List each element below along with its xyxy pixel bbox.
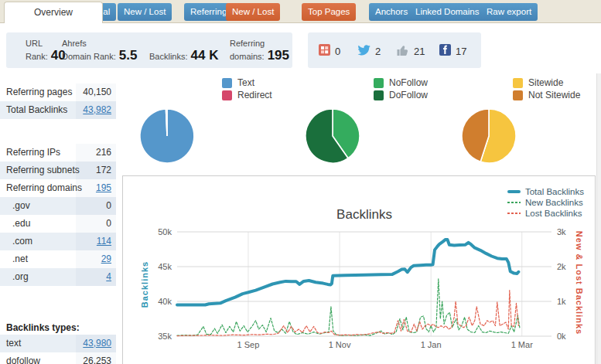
y-right-tick-label: 0k <box>557 332 566 341</box>
sidebar-row-total-backlinks: Total Backlinks43,982 <box>0 101 116 119</box>
chart-legend-item-total-backlinks[interactable]: Total Backlinks <box>507 186 584 197</box>
tab-anchors-5[interactable]: Anchors <box>369 3 414 21</box>
tab-new-lost-1[interactable]: New / Lost <box>118 3 172 21</box>
pie-legend-backlink-type: TextRedirect <box>222 77 272 101</box>
legend-item-nofollow: NoFollow <box>374 77 428 89</box>
sidebar-row-label: text <box>6 335 21 352</box>
sidebar-link-text[interactable]: 43,980 <box>83 338 111 349</box>
tab-new-lost-3[interactable]: New / Lost <box>226 3 280 21</box>
sidebar-row-label: Referring pages <box>6 83 72 101</box>
stat-backlinks: Backlinks:44 K <box>149 38 218 63</box>
like-icon <box>396 44 409 59</box>
sidebar-row-value: 172 <box>76 162 116 179</box>
legend-swatch-sitewide <box>513 78 523 88</box>
stat-value: 195 <box>268 48 289 63</box>
chart-legend-label: Total Backlinks <box>525 187 584 196</box>
sidebar-row-edu: .edu0 <box>0 215 116 233</box>
series-new-backlinks <box>177 279 520 335</box>
legend-label: DoFollow <box>389 90 428 100</box>
y-axis-label-right: New & Lost Backlinks <box>575 231 584 335</box>
legend-swatch-text <box>222 78 232 88</box>
sidebar-row-referring-ips: Referring IPs216 <box>0 144 116 162</box>
tab-top-pages-4[interactable]: Top Pages <box>302 3 356 21</box>
sidebar-row-value: 43,980 <box>76 335 116 352</box>
legend-item-text: Text <box>222 77 272 89</box>
stat-url-rank: URLRank:40 <box>26 38 66 63</box>
x-tick-label: 1 Nov <box>329 340 351 349</box>
stat-label-line2: domains: <box>230 52 265 61</box>
sidebar-row-value: 43,982 <box>76 101 116 119</box>
sidebar-row-value: 0 <box>76 215 116 233</box>
sidebar-row-value: 29 <box>76 250 116 268</box>
legend-label: NoFollow <box>389 77 428 88</box>
legend-item-redirect: Redirect <box>222 89 272 101</box>
sidebar-link-referring-domains[interactable]: 195 <box>96 182 111 193</box>
tab-raw-export-7[interactable]: Raw export <box>480 3 538 21</box>
chart-legend-label: Lost Backlinks <box>525 209 582 218</box>
chart-legend-swatch <box>507 190 521 193</box>
social-counter-twitter: 2 <box>357 44 381 58</box>
sidebar-row-value: 0 <box>76 197 116 215</box>
sidebar-row-value: 195 <box>76 179 116 197</box>
sidebar-row-value: 26,253 <box>76 352 116 364</box>
sidebar-row-label: .org <box>12 268 29 286</box>
sidebar-row-com: .com114 <box>0 233 116 250</box>
sidebar-link-net[interactable]: 29 <box>101 253 111 264</box>
sidebar-link-com[interactable]: 114 <box>97 236 111 247</box>
legend-label: Redirect <box>237 90 272 100</box>
legend-swatch-nofollow <box>374 78 384 88</box>
sidebar-row-label: Total Backlinks <box>6 101 67 119</box>
legend-swatch-redirect <box>222 90 232 100</box>
sidebar-row-text: text43,980 <box>0 335 116 352</box>
social-counter-googleplus: 0 <box>319 44 340 58</box>
social-count: 17 <box>456 46 466 57</box>
sidebar-row-value: 4 <box>76 268 116 286</box>
tab-overview[interactable]: Overview <box>4 2 103 23</box>
legend-item-not-sitewide: Not Sitewide <box>513 89 580 101</box>
sidebar-row-referring-pages: Referring pages40,150 <box>0 83 116 101</box>
chart-legend-label: New Backlinks <box>525 198 583 207</box>
pie-legend-sitewide-type: SitewideNot Sitewide <box>513 77 580 101</box>
chart-legend-item-new-backlinks[interactable]: New Backlinks <box>507 197 584 208</box>
stat-referring-domains: Referringdomains:195 <box>230 38 289 63</box>
sidebar-link-total-backlinks[interactable]: 43,982 <box>83 104 111 115</box>
chart-legend: Total BacklinksNew BacklinksLost Backlin… <box>507 186 584 219</box>
y-left-tick-label: 40k <box>158 297 172 306</box>
sidebar-row-label: .edu <box>12 215 30 233</box>
y-right-tick-label: 1k <box>557 297 566 306</box>
pie-chart-sitewide-type <box>460 107 517 165</box>
sidebar-row-label: .net <box>12 250 28 268</box>
sidebar-row-label: Referring IPs <box>6 144 60 162</box>
backlinks-types-header: Backlinks types: <box>6 322 80 333</box>
pie-legend-follow-type: NoFollowDoFollow <box>374 77 428 101</box>
chart-legend-item-lost-backlinks[interactable]: Lost Backlinks <box>507 208 584 219</box>
chart-legend-swatch <box>507 202 521 203</box>
sidebar-row-label: .gov <box>12 197 30 215</box>
legend-item-sitewide: Sitewide <box>513 77 580 89</box>
stat-label-line2: Domain Rank: <box>62 52 116 61</box>
legend-item-dofollow: DoFollow <box>374 89 428 101</box>
social-count: 2 <box>375 46 381 57</box>
chart-title: Backlinks <box>177 207 551 223</box>
twitter-icon <box>357 45 371 58</box>
legend-swatch-dofollow <box>374 90 384 100</box>
scrollbar-track[interactable] <box>596 73 601 364</box>
stat-value: 44 K <box>191 48 219 63</box>
tab-linked-domains-6[interactable]: Linked Domains <box>409 3 485 21</box>
backlinks-chart-panel: 1 Sep1 Nov1 Jan1 Mar35k0k40k1k45k2k50k3k… <box>122 175 596 364</box>
y-right-tick-label: 2k <box>557 262 566 271</box>
sidebar-row-net: .net29 <box>0 250 116 268</box>
legend-label: Not Sitewide <box>528 90 580 100</box>
facebook-icon <box>439 44 451 58</box>
sidebar-link-org[interactable]: 4 <box>106 271 111 282</box>
sidebar-row-gov: .gov0 <box>0 197 116 215</box>
googleplus-icon <box>319 44 330 58</box>
sidebar-row-dofollow: dofollow26,253 <box>0 352 116 364</box>
social-counter-facebook: 17 <box>439 44 466 58</box>
sidebar-row-label: Referring domains <box>6 179 82 197</box>
sidebar-row-value: 216 <box>76 144 116 162</box>
legend-label: Text <box>237 77 254 88</box>
stat-label-line2: Rank: <box>26 52 48 61</box>
y-right-tick-label: 3k <box>557 227 566 236</box>
x-tick-label: 1 Mar <box>511 340 533 349</box>
